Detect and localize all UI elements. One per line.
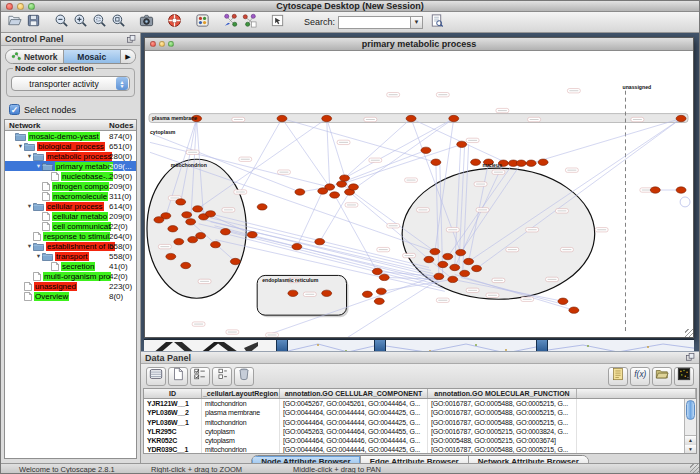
background-window-sliver[interactable]: [276, 339, 288, 351]
network-node[interactable]: [448, 276, 458, 282]
tree-row[interactable]: multi-organism pro42(0): [5, 271, 136, 281]
tree-row[interactable]: ▼cellular process614(0): [5, 201, 136, 211]
network-node[interactable]: [374, 298, 384, 304]
select-nodes-checkbox-row[interactable]: ✓ Select nodes: [9, 104, 140, 115]
network-node[interactable]: [471, 159, 481, 165]
open-button[interactable]: [5, 13, 24, 31]
network-node[interactable]: [558, 298, 568, 304]
zoom-fit-button[interactable]: [109, 13, 128, 31]
help-button[interactable]: [165, 13, 184, 31]
network-node[interactable]: [322, 115, 332, 121]
network-node[interactable]: [460, 270, 470, 276]
network-node[interactable]: [182, 212, 192, 218]
network-node[interactable]: [220, 229, 230, 235]
apply-layout-button[interactable]: [221, 13, 240, 31]
network-node[interactable]: [277, 115, 287, 121]
tree-row[interactable]: macromolecule311(0): [5, 191, 136, 201]
network-node[interactable]: [193, 206, 203, 212]
network-node[interactable]: [472, 265, 482, 271]
tree-row[interactable]: secretion41(0): [5, 261, 136, 271]
network-node[interactable]: [292, 243, 302, 249]
save-button[interactable]: [24, 13, 43, 31]
network-node[interactable]: [526, 160, 536, 166]
tree-row[interactable]: cell communicat22(0): [5, 221, 136, 231]
column-header[interactable]: _cellularLayoutRegion: [202, 389, 280, 398]
network-node[interactable]: [186, 219, 196, 225]
table-row[interactable]: YJR121W__1mitochondrion[GO:0045267, GO:0…: [144, 399, 696, 408]
matrix-view-button[interactable]: [674, 367, 694, 386]
network-node[interactable]: [349, 184, 359, 190]
select-attributes-button[interactable]: [190, 367, 210, 386]
frame-close-button[interactable]: [150, 41, 156, 47]
zoom-in-button[interactable]: [71, 13, 90, 31]
tree-row[interactable]: ▼metabolic process280(0): [5, 151, 136, 161]
network-node[interactable]: [434, 273, 444, 279]
nodes-column-header[interactable]: Nodes: [109, 121, 133, 130]
vizmapper-button[interactable]: [193, 13, 212, 31]
background-window-sliver[interactable]: [374, 339, 386, 351]
table-row[interactable]: YDR039C__1mitochondrion[GO:0044464, GO:0…: [144, 445, 696, 454]
network-node[interactable]: [211, 241, 221, 247]
network-node[interactable]: [166, 253, 176, 259]
network-node[interactable]: [230, 258, 240, 264]
network-node[interactable]: [431, 159, 441, 165]
network-node[interactable]: [456, 249, 466, 255]
tab-network-attribute-browser[interactable]: Network Attribute Browser: [469, 456, 588, 463]
zoom-selected-button[interactable]: [90, 13, 109, 31]
collapse-arrow-icon[interactable]: ▼: [26, 243, 33, 249]
network-node[interactable]: [154, 217, 164, 223]
unselect-attributes-button[interactable]: [212, 367, 232, 386]
tab-overflow-button[interactable]: ▶: [121, 50, 135, 63]
attribute-table-button[interactable]: [146, 367, 166, 386]
frame-zoom-button[interactable]: [168, 41, 174, 47]
collapse-arrow-icon[interactable]: ▼: [35, 253, 42, 259]
network-node[interactable]: [340, 175, 350, 181]
table-row[interactable]: YPL036W__1mitochondrion[GO:0044464, GO:0…: [144, 418, 696, 427]
collapse-arrow-icon[interactable]: ▼: [26, 203, 33, 209]
frame-minimize-button[interactable]: [159, 41, 165, 47]
network-node[interactable]: [516, 160, 526, 166]
close-window-button[interactable]: [6, 3, 13, 10]
network-node[interactable]: [257, 204, 267, 210]
advanced-search-button[interactable]: [427, 13, 446, 31]
tab-edge-attribute-browser[interactable]: Edge Attribute Browser: [361, 456, 469, 463]
background-window-sliver[interactable]: [386, 339, 536, 351]
network-node[interactable]: [650, 187, 660, 193]
column-header[interactable]: annotation.GO CELLULAR_COMPONENT: [280, 389, 428, 398]
network-node[interactable]: [443, 253, 453, 259]
network-node[interactable]: [438, 261, 448, 267]
frame-resize-grip[interactable]: [685, 329, 693, 337]
network-view-frame[interactable]: primary metabolic process plasma membran…: [144, 37, 694, 338]
network-node[interactable]: [330, 192, 340, 198]
table-row[interactable]: YKR052Ccytoplasm[GO:0044464, GO:0044446,…: [144, 436, 696, 445]
network-node[interactable]: [421, 147, 431, 153]
tree-row[interactable]: nitrogen compo209(0): [5, 181, 136, 191]
network-node[interactable]: [676, 115, 686, 121]
window-titlebar[interactable]: Cytoscape Desktop (New Session): [1, 1, 699, 12]
network-node[interactable]: [406, 115, 416, 121]
network-node[interactable]: [450, 264, 460, 270]
delete-attribute-button[interactable]: [234, 367, 254, 386]
table-row[interactable]: YLR295Ccytoplasm[GO:0045263, GO:0044464,…: [144, 427, 696, 436]
float-panel-icon[interactable]: [685, 352, 696, 363]
tree-row[interactable]: Overview8(0): [5, 291, 136, 301]
network-node[interactable]: [457, 141, 467, 147]
layout-settings-button[interactable]: [240, 13, 259, 31]
network-node[interactable]: [318, 188, 328, 194]
network-column-header[interactable]: Network: [9, 121, 41, 130]
checkbox-checked-icon[interactable]: ✓: [9, 104, 20, 115]
network-node[interactable]: [372, 268, 382, 274]
network-node[interactable]: [569, 307, 579, 313]
annotation-button[interactable]: [268, 13, 287, 31]
background-window-sliver[interactable]: [536, 339, 548, 351]
network-node[interactable]: [449, 115, 459, 121]
network-node[interactable]: [538, 159, 548, 165]
background-window-sliver[interactable]: [288, 339, 374, 351]
background-window-sliver[interactable]: [144, 339, 276, 351]
network-node[interactable]: [206, 211, 216, 217]
zoom-window-button[interactable]: [28, 3, 35, 10]
tab-network[interactable]: Network: [6, 50, 64, 63]
tree-row[interactable]: ▼transport558(0): [5, 251, 136, 261]
search-input[interactable]: [338, 16, 410, 29]
network-node[interactable]: [247, 232, 257, 238]
